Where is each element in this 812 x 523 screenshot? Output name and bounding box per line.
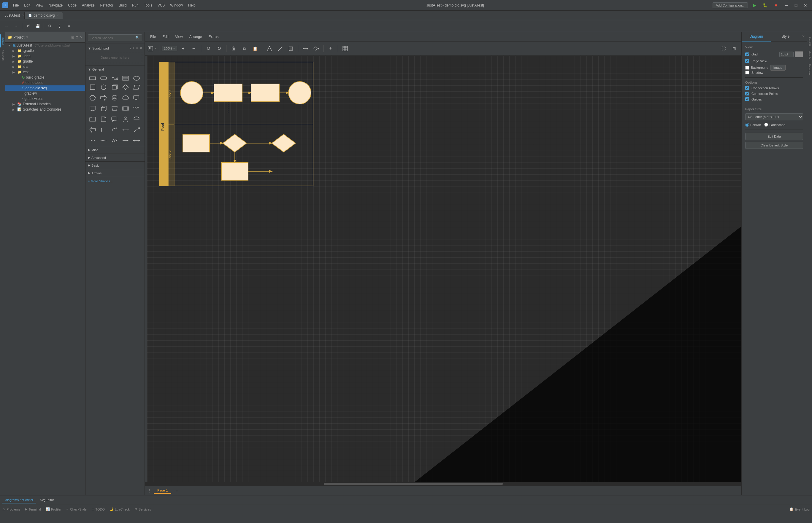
plantml-tab[interactable]: PlantML [808, 34, 812, 49]
shape-arrow-small[interactable] [121, 137, 130, 145]
run-button[interactable]: ▶ [750, 1, 759, 10]
tree-item-test[interactable]: ▶ 📁 test [5, 69, 85, 75]
shape-double-arrow[interactable] [121, 126, 130, 134]
line-button[interactable] [275, 44, 285, 53]
menu-navigate[interactable]: Navigate [46, 3, 65, 8]
structure-tab-vertical[interactable]: Structure [1, 48, 5, 63]
horizontal-scrollbar[interactable] [145, 482, 741, 486]
shape-folder[interactable] [88, 115, 97, 123]
copy-button[interactable]: ⧉ [240, 44, 249, 53]
menu-build[interactable]: Build [116, 3, 129, 8]
add-configuration-button[interactable]: Add Configuration... [712, 2, 748, 8]
resize-handle[interactable]: ⋮ [145, 56, 147, 482]
back-button[interactable]: ← [2, 22, 11, 30]
status-terminal[interactable]: ▶ Terminal [25, 507, 41, 511]
tree-item-gradlew-bat[interactable]: ▫ gradlew.bat [5, 96, 85, 102]
shape-dashed-line[interactable] [88, 137, 97, 145]
save-button[interactable]: 💾 [34, 22, 42, 30]
tab-close-icon[interactable]: ✕ [57, 14, 59, 17]
scrollbar-thumb[interactable] [324, 483, 503, 485]
shape-half-circle[interactable] [132, 115, 141, 123]
settings-icon[interactable]: ⚙ [75, 35, 79, 39]
shape-person[interactable] [121, 115, 130, 123]
connector-button[interactable] [301, 44, 310, 53]
toggle-panel-button[interactable]: ⊞ [729, 44, 739, 53]
shape-page[interactable] [99, 115, 108, 123]
shape-textbox[interactable] [121, 74, 130, 83]
database-tab[interactable]: Database [808, 62, 812, 78]
tree-item-src[interactable]: ▶ 📁 src [5, 64, 85, 69]
diagram-menu-edit[interactable]: Edit [159, 34, 172, 40]
menu-view[interactable]: View [33, 3, 46, 8]
collapse-all-icon[interactable]: ⊟ [71, 35, 74, 39]
tree-item-external-libs[interactable]: ▶ 📚 External Libraries [5, 102, 85, 107]
gradle-tab-right[interactable]: Gradle [808, 49, 812, 62]
redo-button[interactable]: ↻ [214, 44, 224, 53]
zoom-out-button[interactable]: − [189, 44, 198, 53]
general-category-header[interactable]: ▼ General [85, 66, 144, 73]
diagram-tab[interactable]: Diagram [742, 32, 771, 41]
paper-size-select[interactable]: US-Letter (8,5" x 11") A4 (210 × 297 mm)… [745, 113, 803, 120]
shape-dotted-line[interactable] [99, 137, 108, 145]
insert-button[interactable]: + [326, 44, 335, 53]
basic-header[interactable]: ▶ Basic [85, 162, 144, 169]
scratchpad-add-icon[interactable]: + [133, 46, 135, 50]
arrows-header[interactable]: ▶ Arrows [85, 169, 144, 177]
search-input[interactable] [90, 36, 135, 40]
menu-run[interactable]: Run [130, 3, 141, 8]
add-page-button[interactable]: + [174, 487, 180, 494]
paste-button[interactable]: 📋 [250, 44, 260, 53]
close-button[interactable]: ✕ [801, 1, 810, 10]
diagram-menu-extras[interactable]: Extras [206, 34, 222, 40]
shape-diamond[interactable] [121, 83, 130, 91]
misc-header[interactable]: ▶ Misc [85, 146, 144, 154]
status-checkstyle[interactable]: ✓ CheckStyle [66, 507, 87, 511]
editor-tab-diagrams[interactable]: diagrams.net editor [2, 497, 36, 503]
shape-parallelogram[interactable] [132, 83, 141, 91]
more-shapes-button[interactable]: + More Shapes... [85, 177, 144, 185]
tree-item-gradle2[interactable]: ▶ 📁 gradle [5, 59, 85, 64]
connection-arrows-checkbox[interactable] [745, 86, 749, 90]
scratchpad-close-icon[interactable]: ✕ [139, 46, 142, 50]
shape-square[interactable] [88, 83, 97, 91]
shape-curved-arrow[interactable] [110, 126, 119, 134]
scratchpad-edit-icon[interactable]: ✏ [136, 46, 138, 50]
page-tab-1[interactable]: Page-1 [154, 487, 171, 494]
zoom-in-button[interactable]: + [178, 44, 188, 53]
menu-vcs[interactable]: VCS [155, 3, 167, 8]
scratchpad-help-icon[interactable]: ? [129, 46, 131, 50]
menu-window[interactable]: Window [168, 3, 185, 8]
zoom-control[interactable]: 100% ▼ [162, 46, 177, 51]
hide-icon[interactable]: ✕ [80, 35, 83, 39]
debug-button[interactable]: 🐛 [761, 1, 769, 10]
guides-checkbox[interactable] [745, 97, 749, 101]
connection-points-checkbox[interactable] [745, 92, 749, 95]
right-panel-close[interactable]: ✕ [800, 32, 807, 41]
status-services[interactable]: ⚙ Services [135, 507, 151, 511]
fill-button[interactable] [265, 44, 274, 53]
shape-callout[interactable] [132, 94, 141, 102]
portrait-radio[interactable] [745, 123, 749, 127]
page-view-checkbox[interactable] [745, 59, 749, 63]
forward-button[interactable]: → [12, 22, 20, 30]
shape-speech-bubble[interactable] [110, 115, 119, 123]
more-button[interactable]: ≡ [65, 22, 73, 30]
status-todo[interactable]: ☰ TODO [91, 507, 105, 511]
shape-ellipse[interactable] [132, 74, 141, 83]
shape-slash-lines[interactable] [110, 137, 119, 145]
tree-item-demo-svg[interactable]: S demo.dio.svg [5, 85, 85, 91]
shape-line-arrows[interactable] [132, 137, 141, 145]
style-tab[interactable]: Style [771, 32, 800, 41]
shape-rect-thin[interactable] [88, 74, 97, 83]
shape-arrow-left[interactable] [88, 126, 97, 134]
background-checkbox[interactable] [745, 66, 749, 70]
shape-box3d-2[interactable] [99, 104, 108, 113]
scratchpad-toggle[interactable]: ▼ Scratchpad [88, 47, 109, 50]
grid-checkbox[interactable] [745, 53, 749, 56]
shape-process[interactable] [121, 104, 130, 113]
grid-color-swatch[interactable] [795, 51, 803, 57]
shape-text[interactable]: Text [110, 74, 119, 83]
image-button[interactable]: Image [770, 65, 786, 71]
table-button[interactable] [341, 44, 350, 53]
menu-tools[interactable]: Tools [142, 3, 155, 8]
